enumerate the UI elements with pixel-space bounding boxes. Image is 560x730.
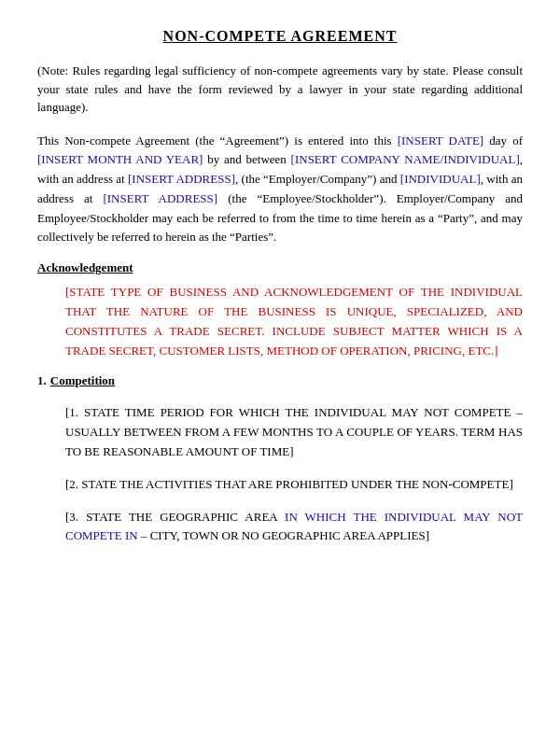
acknowledgement-section: Acknowledgement [STATE TYPE OF BUSINESS …: [37, 260, 523, 360]
competition-item1: [1. STATE TIME PERIOD FOR WHICH THE INDI…: [37, 403, 523, 461]
competition-item2-text: [2. STATE THE ACTIVITIES THAT ARE PROHIB…: [65, 477, 513, 491]
intro-part3: by and between: [203, 152, 290, 166]
intro-part2: day of: [483, 133, 523, 147]
competition-item2: [2. STATE THE ACTIVITIES THAT ARE PROHIB…: [37, 475, 523, 495]
note-paragraph: (Note: Rules regarding legal sufficiency…: [37, 62, 523, 117]
insert-individual: [INDIVIDUAL]: [400, 172, 481, 186]
competition-number: 1.: [37, 373, 47, 388]
insert-address1: [INSERT ADDRESS]: [128, 172, 235, 186]
competition-item1-text: [1. STATE TIME PERIOD FOR WHICH THE INDI…: [65, 405, 523, 458]
competition-section: 1. Competition [1. STATE TIME PERIOD FOR…: [37, 373, 523, 546]
insert-address2: [INSERT ADDRESS]: [103, 191, 217, 205]
competition-heading-row: 1. Competition: [37, 373, 523, 396]
insert-month-year: [INSERT MONTH AND YEAR]: [37, 152, 203, 166]
acknowledgement-heading: Acknowledgement: [37, 260, 523, 275]
insert-date: [INSERT DATE]: [398, 133, 483, 147]
competition-item3-part1: [3. STATE THE GEOGRAPHIC AREA: [65, 510, 285, 524]
acknowledgement-body: [STATE TYPE OF BUSINESS AND ACKNOWLEDGEM…: [37, 283, 523, 360]
document-title: NON-COMPETE AGREEMENT: [37, 28, 523, 45]
competition-item3-part2: – CITY, TOWN or NO GEOGRAPHIC AREA APPLI…: [138, 528, 429, 542]
intro-paragraph: This Non-compete Agreement (the “Agreeme…: [37, 132, 523, 248]
competition-heading: Competition: [50, 373, 115, 388]
document-page: NON-COMPETE AGREEMENT (Note: Rules regar…: [0, 0, 560, 730]
competition-item3: [3. STATE THE GEOGRAPHIC AREA IN WHICH T…: [37, 508, 523, 547]
insert-company: [INSERT COMPANY NAME/INDIVIDUAL]: [291, 152, 520, 166]
intro-part5: , (the “Employer/Company”) and: [235, 172, 400, 186]
intro-part1: This Non-compete Agreement (the “Agreeme…: [37, 133, 398, 147]
